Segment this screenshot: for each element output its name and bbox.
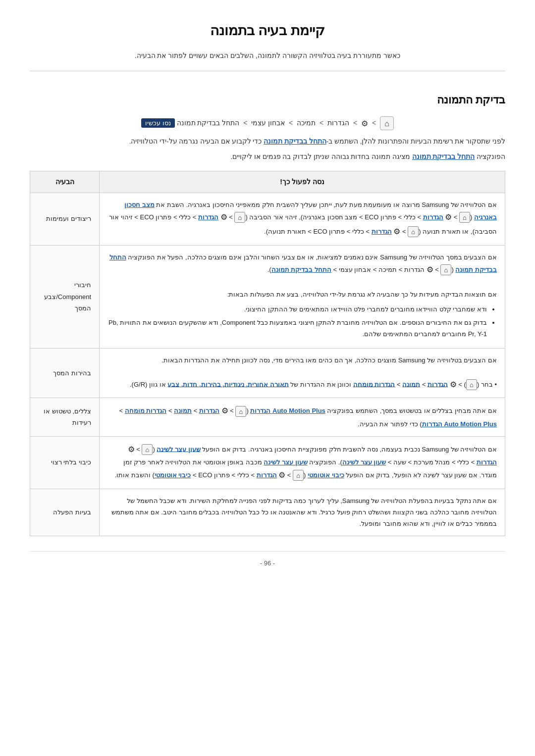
- description-line2: הפונקציה התחל בבדיקת תמונה מציגה תמונה ב…: [30, 151, 505, 163]
- arrow-icon-2: >: [353, 119, 357, 127]
- link-expert-2[interactable]: הגדרות מומחה: [125, 407, 167, 414]
- table-row: אם הצבעים בטלוויזיה של Samsung מוצגים כה…: [30, 348, 505, 398]
- col-header-action: נסה לפעול כך!: [100, 171, 505, 193]
- issue-cell-1: ריצודים ועמימות: [30, 193, 100, 245]
- action-cell-6: אם אתה נתקל בבעיות בהפעלת הטלוויזיה של S…: [100, 489, 505, 536]
- nav-step-4: התחל בבדיקת תמונה: [177, 119, 240, 127]
- nav-badge[interactable]: נסו עכשיו: [141, 118, 175, 128]
- arrow-icon-3: >: [320, 119, 323, 127]
- link-start-test[interactable]: התחל בבדיקת תמונה: [271, 266, 331, 273]
- gear-inline-2: ⚙: [220, 210, 227, 225]
- gear-icon: ⚙: [361, 117, 368, 130]
- section-title: בדיקת התמונה: [30, 91, 505, 108]
- home-icon-inline-2: ⌂: [234, 212, 245, 223]
- table-row: אם אתה נתקל בבעיות בהפעלת הטלוויזיה של S…: [30, 489, 505, 536]
- link-settings-4[interactable]: הגדרות: [428, 380, 448, 388]
- gear-inline-3: ⚙: [393, 225, 400, 239]
- nav-step-2: תמיכה: [297, 119, 316, 127]
- link-settings-5[interactable]: הגדרות: [199, 407, 219, 414]
- col-header-issue: הבעיה: [30, 171, 100, 193]
- link-settings-3[interactable]: הגדרות: [372, 228, 392, 235]
- link-settings-6[interactable]: הגדרות: [477, 458, 497, 466]
- home-icon-inline-6: ⌂: [235, 406, 246, 417]
- table-row: אם אתה מבחין בצללים או בטשטוש במסך, השתמ…: [30, 398, 505, 436]
- nav-step-1: הגדרות: [327, 119, 349, 127]
- list-item: ודא שמחברי קלט הוויידאו מחוברים למחברי פ…: [107, 303, 487, 315]
- issue-cell-3: בהירות המסך: [30, 348, 100, 398]
- gear-inline-1: ⚙: [445, 210, 452, 225]
- gear-inline-7: ⚙: [128, 443, 135, 457]
- issue-cell-2: חיבורי Component/צבע המסך: [30, 245, 100, 348]
- link-expert[interactable]: הגדרות מומחה: [353, 380, 395, 388]
- desc-link-2[interactable]: התחל בבדיקת תמונה: [412, 153, 475, 160]
- link-auto-motion-plus[interactable]: Auto Motion Plus הגדרות: [422, 420, 497, 428]
- page-title: קיימת בעיה בתמונה: [30, 20, 505, 42]
- link-sleep-timer-2[interactable]: שעון עצר לשינה: [342, 458, 386, 466]
- link-auto-off-2[interactable]: כיבוי אוטומטי: [155, 471, 191, 479]
- home-icon-inline-3: ⌂: [408, 226, 419, 237]
- home-icon-inline-5: ⌂: [466, 379, 477, 390]
- table-row: אם הטלוויזיה של Samsung נכבית בעצמה, נסה…: [30, 436, 505, 489]
- action-cell-3: אם הצבעים בטלוויזיה של Samsung מוצגים כה…: [100, 348, 505, 398]
- table-row: אם הצבעים במסך הטלוויזיה של Samsung אינם…: [30, 245, 505, 348]
- action-cell-4: אם אתה מבחין בצללים או בטשטוש במסך, השתמ…: [100, 398, 505, 436]
- list-item: בדוק גם את החיבורים הנוספים. אם הטלוויזי…: [107, 317, 487, 340]
- bullet-list-component: ודא שמחברי קלט הוויידאו מחוברים למחברי פ…: [107, 303, 487, 340]
- gear-inline-5: ⚙: [450, 378, 457, 392]
- nav-step-3: אבחון עצמי: [251, 119, 285, 127]
- home-icon[interactable]: ⌂: [380, 116, 394, 130]
- table-row: אם הטלוויזיה של Samsung מרוצה או מעומעמת…: [30, 193, 505, 245]
- link-settings-1[interactable]: הגדרות: [423, 213, 443, 221]
- issue-cell-4: צללים, טשטוש או רעידות: [30, 398, 100, 436]
- link-backlight[interactable]: תאורה אחורית, ניגודיות, בהירות, חדות, צב…: [167, 380, 289, 388]
- page-number: - 96 -: [30, 551, 505, 569]
- link-auto-motion[interactable]: Auto Motion Plus הגדרות: [250, 407, 325, 414]
- arrow-icon-4: >: [289, 119, 293, 127]
- subtitle: כאשר מתעוררת בעיה בטלוויזיה הקשורה לתמונ…: [30, 50, 505, 71]
- link-settings-2[interactable]: הגדרות: [198, 213, 218, 221]
- link-sleep-timer-3[interactable]: שעון עצר לשינה: [264, 458, 307, 466]
- gear-inline-6: ⚙: [221, 404, 228, 418]
- action-cell-1: אם הטלוויזיה של Samsung מרוצה או מעומעמת…: [100, 193, 505, 245]
- home-icon-inline-8: ⌂: [293, 470, 304, 481]
- link-picture-2[interactable]: תמונה: [174, 407, 192, 414]
- gear-inline-8: ⚙: [278, 468, 285, 483]
- arrow-icon-5: >: [243, 119, 247, 127]
- issues-table: נסה לפעול כך! הבעיה אם הטלוויזיה של Sams…: [30, 171, 505, 536]
- nav-path: ⌂ > ⚙ > הגדרות > תמיכה > אבחון עצמי > הת…: [30, 116, 505, 130]
- home-icon-inline: ⌂: [459, 212, 470, 223]
- gear-inline-4: ⚙: [427, 263, 433, 277]
- link-picture[interactable]: תמונה: [402, 380, 420, 388]
- issue-cell-6: בעיות הפעלה: [30, 489, 100, 536]
- action-cell-5: אם הטלוויזיה של Samsung נכבית בעצמה, נסה…: [100, 436, 505, 489]
- home-icon-inline-7: ⌂: [142, 444, 153, 455]
- issue-cell-5: כיבוי בלתי רצוי: [30, 436, 100, 489]
- home-icon-inline-4: ⌂: [440, 264, 451, 275]
- link-settings-7[interactable]: הגדרות: [257, 471, 277, 479]
- desc-link-1[interactable]: התחל בבדיקת תמונה: [264, 138, 326, 145]
- link-sleep-timer[interactable]: שעון עצר לשינה: [157, 445, 200, 453]
- arrow-icon: >: [372, 119, 376, 127]
- description-line1: לפני שתסקור את רשימת הבעיות והפתרונות לה…: [30, 136, 505, 148]
- action-cell-2: אם הצבעים במסך הטלוויזיה של Samsung אינם…: [100, 245, 505, 348]
- link-auto-off[interactable]: כיבוי אוטומטי: [308, 471, 344, 479]
